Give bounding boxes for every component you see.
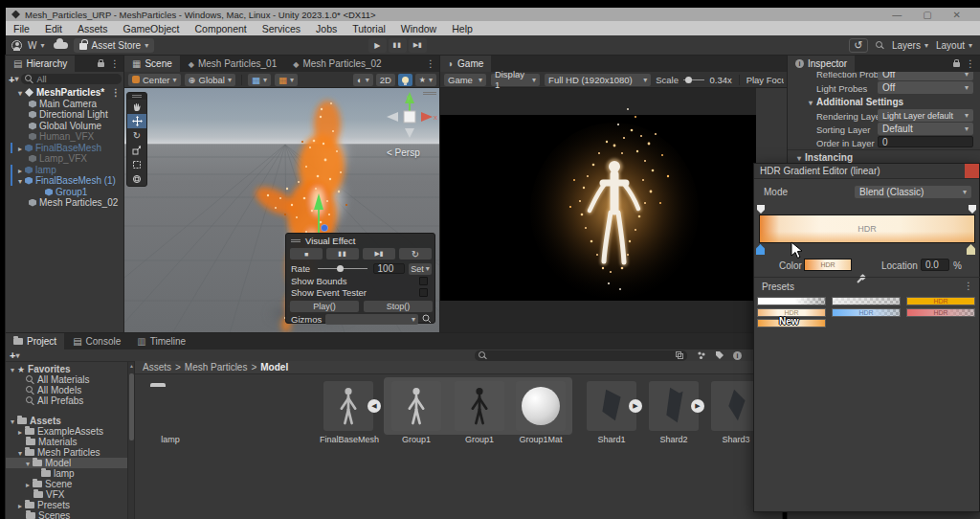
tool-handle-pivot-dropdown[interactable]: Center <box>128 74 181 86</box>
hierarchy-item-scene[interactable]: MeshParticles* <box>6 87 124 98</box>
game-viewport[interactable] <box>440 88 756 333</box>
lock-icon[interactable] <box>953 62 960 67</box>
set-dropdown[interactable]: Set <box>409 263 432 275</box>
hierarchy-item[interactable]: Lamp_VFX <box>6 153 124 164</box>
rate-value-field[interactable]: 100 <box>373 263 406 274</box>
resolution-dropdown[interactable]: Full HD (1920x1080) <box>545 74 651 86</box>
preset-blue[interactable]: HDR <box>832 308 901 317</box>
asset-group1mat[interactable] <box>516 381 566 431</box>
order-in-layer-field[interactable]: 0 <box>878 136 973 147</box>
expander-icon[interactable] <box>18 175 22 186</box>
package-visibility-icon[interactable] <box>697 350 706 360</box>
perspective-label[interactable]: < Persp <box>387 147 420 158</box>
tab-scene[interactable]: Scene <box>124 56 180 72</box>
expander-icon[interactable] <box>18 426 22 437</box>
layers-dropdown[interactable]: Layers <box>892 40 928 51</box>
hierarchy-item-prefab[interactable]: Group1 <box>6 187 124 197</box>
hidden-count-icon[interactable] <box>733 351 742 360</box>
tree-scene[interactable]: Scene <box>6 479 127 489</box>
vfx-stop-icon-button[interactable]: ■ <box>290 248 323 260</box>
expand-subassets-button[interactable]: ▶ <box>629 399 642 413</box>
expander-icon[interactable] <box>11 364 14 374</box>
kebab-menu-icon[interactable] <box>426 58 435 69</box>
color-swatch[interactable]: HDR <box>804 259 852 271</box>
play-focused-dropdown[interactable]: Play Focused <box>746 75 784 85</box>
asset-group1-mesh[interactable] <box>391 381 441 431</box>
vfx-play-button[interactable]: Play() <box>290 301 359 312</box>
orientation-gizmo[interactable]: y x <box>381 90 438 149</box>
menu-tutorial[interactable]: Tutorial <box>345 23 393 34</box>
tree-exampleassets[interactable]: ExampleAssets <box>6 426 127 437</box>
overlay-drag-handle[interactable] <box>291 239 301 242</box>
render-mode-dropdown[interactable] <box>353 74 373 86</box>
vfx-stop-button[interactable]: Stop() <box>364 301 433 312</box>
collapse-subassets-button[interactable]: ◀ <box>368 399 381 413</box>
close-button[interactable]: ✕ <box>953 10 961 20</box>
hierarchy-item-prefab[interactable]: FinalBaseMesh (1) <box>6 175 124 186</box>
rate-slider-knob[interactable] <box>337 265 344 272</box>
preset-white[interactable] <box>757 297 826 305</box>
minimize-button[interactable]: — <box>892 10 902 20</box>
sorting-layer-dropdown[interactable]: Default <box>878 123 973 135</box>
label-tag-icon[interactable] <box>715 350 724 360</box>
hierarchy-item-prefab[interactable]: FinalBaseMesh <box>6 143 124 153</box>
cloud-icon[interactable] <box>54 42 68 49</box>
scale-slider-knob[interactable] <box>685 77 692 83</box>
pan-tool-button[interactable] <box>127 100 146 114</box>
account-dropdown[interactable]: W <box>28 40 44 51</box>
vfx-step-button[interactable] <box>363 248 395 260</box>
alpha-stop-left[interactable] <box>757 205 765 214</box>
project-search-input[interactable] <box>475 350 687 361</box>
menu-assets[interactable]: Assets <box>70 23 116 34</box>
rect-tool-button[interactable] <box>127 157 146 171</box>
overlay-drag-handle[interactable] <box>127 93 146 100</box>
zoom-icon[interactable] <box>422 314 432 324</box>
tree-scenes[interactable]: Scenes <box>6 510 127 519</box>
tree-lamp[interactable]: lamp <box>6 468 127 479</box>
menu-gameobject[interactable]: GameObject <box>116 23 188 34</box>
expand-subassets-button[interactable]: ▶ <box>691 399 704 413</box>
expander-icon[interactable] <box>11 416 14 426</box>
gizmos-dropdown[interactable] <box>325 314 418 325</box>
hierarchy-item[interactable]: Mesh Particles_02 <box>6 197 124 208</box>
kebab-menu-icon[interactable] <box>110 58 120 69</box>
hierarchy-item[interactable]: Main Camera <box>6 99 124 109</box>
kebab-menu-icon[interactable] <box>111 87 124 98</box>
step-button[interactable] <box>409 38 427 53</box>
menu-help[interactable]: Help <box>444 23 480 34</box>
favorite-all-models[interactable]: All Models <box>6 385 127 395</box>
tree-presets[interactable]: Presets <box>6 500 127 510</box>
tree-vfx[interactable]: VFX <box>6 489 127 500</box>
tab-mesh-particles-02[interactable]: Mesh Particles_02 <box>285 56 389 72</box>
breadcrumb-assets[interactable]: Assets <box>143 362 171 372</box>
favorites-row[interactable]: Favorites <box>6 364 127 374</box>
location-field[interactable]: 0.0 <box>921 259 949 271</box>
menu-window[interactable]: Window <box>393 23 444 34</box>
vfx-restart-button[interactable] <box>399 248 432 260</box>
scale-slider[interactable] <box>683 79 705 80</box>
preset-gold[interactable]: HDR <box>906 297 975 305</box>
hierarchy-item-prefab[interactable]: lamp <box>6 165 124 175</box>
color-stop-selected[interactable] <box>756 244 765 255</box>
hierarchy-item[interactable]: Human_VFX <box>6 131 124 142</box>
vfx-pause-button[interactable] <box>326 248 359 260</box>
search-filter-icon[interactable] <box>676 351 683 359</box>
tab-timeline[interactable]: Timeline <box>129 333 193 350</box>
tab-hierarchy[interactable]: Hierarchy <box>6 56 75 72</box>
menu-component[interactable]: Component <box>187 23 254 34</box>
rate-slider[interactable] <box>318 268 367 269</box>
gradient-bar[interactable]: HDR <box>759 214 975 243</box>
tree-mesh-particles[interactable]: Mesh Particles <box>6 447 127 458</box>
tree-assets[interactable]: Assets <box>6 416 127 426</box>
scene-effects-dropdown[interactable] <box>415 74 436 86</box>
presets-kebab-icon[interactable] <box>964 281 973 291</box>
light-probes-dropdown[interactable]: Off <box>878 81 973 94</box>
2d-toggle[interactable]: 2D <box>376 74 395 86</box>
favorite-all-prefabs[interactable]: All Prefabs <box>6 395 127 406</box>
tab-mesh-particles-01[interactable]: Mesh Particles_01 <box>181 56 284 72</box>
undo-history-button[interactable] <box>849 38 868 53</box>
increment-snap-toggle[interactable] <box>275 74 298 86</box>
expander-icon[interactable] <box>18 447 22 458</box>
kebab-menu-icon[interactable] <box>966 58 975 69</box>
rendering-layers-dropdown[interactable]: Light Layer default <box>878 109 973 122</box>
